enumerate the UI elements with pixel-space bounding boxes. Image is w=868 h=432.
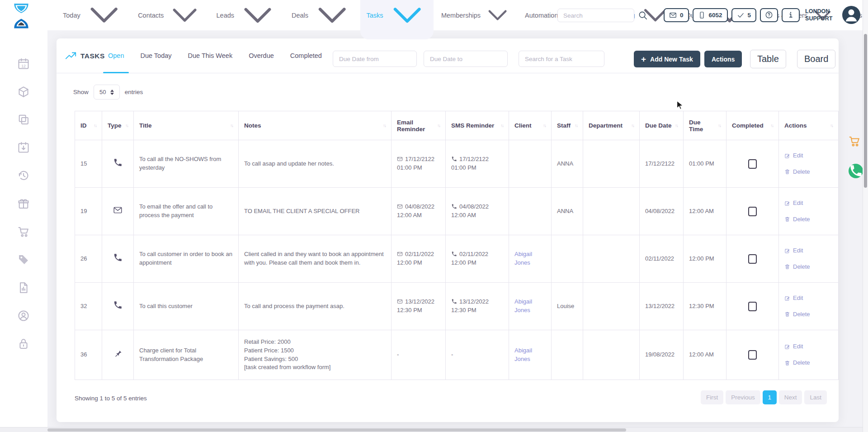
edit-task-link[interactable]: Edit <box>784 294 833 303</box>
sort-arrows-icon: ↑↓ <box>631 123 634 128</box>
completed-checkbox[interactable] <box>748 350 757 360</box>
cell-due-time: 12:00 PM <box>684 235 726 283</box>
history-icon <box>17 169 30 182</box>
vertical-scrollbar-thumb[interactable] <box>864 34 867 188</box>
sidebar-item-calendar[interactable]: 12 <box>17 57 30 70</box>
cell-due-time: 12:00 AM <box>684 330 726 380</box>
tab-completed[interactable]: Completed <box>282 38 330 73</box>
column-header-staff[interactable]: Staff↑↓ <box>552 111 583 140</box>
mobile-icon <box>698 11 706 19</box>
column-header-id[interactable]: ID↑↓ <box>75 111 102 140</box>
edit-task-link[interactable]: Edit <box>784 247 833 255</box>
page-button-last[interactable]: Last <box>804 390 827 404</box>
vertical-scrollbar[interactable] <box>863 0 868 432</box>
client-link[interactable]: Abigail Jones <box>514 251 532 266</box>
report-icon <box>17 281 30 294</box>
due-date-from-input[interactable] <box>333 51 417 67</box>
info-button[interactable] <box>782 8 800 22</box>
email-badge[interactable]: 0 <box>664 8 689 22</box>
column-header-due-date[interactable]: Due Date↑↓ <box>640 111 684 140</box>
column-header-due-time[interactable]: Due Time↑↓ <box>684 111 726 140</box>
help-button[interactable] <box>760 8 778 22</box>
show-entries-row: Show 50 entries <box>73 85 143 100</box>
edit-task-link[interactable]: Edit <box>784 152 833 160</box>
delete-task-link-label: Delete <box>793 310 810 319</box>
delete-task-link[interactable]: Delete <box>784 359 833 367</box>
column-header-completed[interactable]: Completed↑↓ <box>726 111 779 140</box>
nav-item-contacts[interactable]: Contacts <box>132 0 208 37</box>
table-view-button[interactable]: Table <box>750 50 786 68</box>
add-new-task-button[interactable]: + Add New Task <box>634 51 700 67</box>
actions-button[interactable]: Actions <box>704 51 742 67</box>
user-avatar[interactable] <box>842 6 860 24</box>
board-view-button[interactable]: Board <box>797 50 835 68</box>
column-header-type[interactable]: Type↑↓ <box>102 111 134 140</box>
edit-icon <box>784 295 790 301</box>
edit-task-link[interactable]: Edit <box>784 199 833 208</box>
horizontal-scrollbar[interactable] <box>0 427 863 432</box>
chevron-down-icon <box>84 0 124 36</box>
page-button-next[interactable]: Next <box>779 390 802 404</box>
sidebar-item-lock[interactable] <box>17 337 30 350</box>
column-header-actions[interactable]: Actions↑↓ <box>779 111 839 140</box>
completed-checkbox[interactable] <box>748 207 757 216</box>
page-button-1[interactable]: 1 <box>763 390 777 404</box>
cell-type <box>102 283 134 330</box>
delete-task-link[interactable]: Delete <box>784 310 833 319</box>
sms-badge[interactable]: 6052 <box>693 8 728 22</box>
tab-due-today[interactable]: Due Today <box>132 38 179 73</box>
page-button-previous[interactable]: Previous <box>726 390 760 404</box>
column-header-title[interactable]: Title↑↓ <box>134 111 239 140</box>
delete-task-link[interactable]: Delete <box>784 168 833 176</box>
global-search-input[interactable] <box>557 9 634 22</box>
nav-item-deals[interactable]: Deals <box>286 0 359 39</box>
completed-checkbox[interactable] <box>748 254 757 264</box>
sidebar-item-report[interactable] <box>17 281 30 294</box>
column-header-notes[interactable]: Notes↑↓ <box>239 111 392 140</box>
delete-task-link[interactable]: Delete <box>784 215 833 224</box>
page-size-select[interactable]: 50 <box>94 85 120 100</box>
pin-icon <box>113 349 123 358</box>
sidebar-item-copy[interactable] <box>17 113 30 126</box>
tab-due-this-week[interactable]: Due This Week <box>180 38 241 73</box>
floating-phone-button[interactable] <box>849 164 863 178</box>
edit-task-link-label: Edit <box>793 342 803 351</box>
column-header-client[interactable]: Client↑↓ <box>509 111 552 140</box>
delete-task-link[interactable]: Delete <box>784 263 833 271</box>
sort-arrows-icon: ↑↓ <box>383 123 386 128</box>
sidebar-item-price-tag[interactable] <box>17 253 30 266</box>
column-header-email-reminder[interactable]: Email Reminder↑↓ <box>392 111 446 140</box>
nav-item-today[interactable]: Today <box>57 0 130 39</box>
floating-cart-button[interactable] <box>848 135 861 147</box>
tab-open[interactable]: Open <box>100 38 132 73</box>
column-header-sms-reminder[interactable]: SMS Reminder↑↓ <box>446 111 509 140</box>
sidebar-item-gift[interactable] <box>17 197 30 210</box>
client-link[interactable]: Abigail Jones <box>514 347 532 362</box>
nav-item-tasks[interactable]: Tasks <box>360 0 433 39</box>
nav-item-memberships[interactable]: Memberships <box>435 0 517 33</box>
completed-checkbox[interactable] <box>748 159 757 169</box>
task-search-input[interactable] <box>519 51 604 67</box>
cell-actions: EditDelete <box>779 188 839 235</box>
search-button[interactable] <box>638 10 648 20</box>
nav-item-leads[interactable]: Leads <box>211 0 284 39</box>
column-header-department[interactable]: Department↑↓ <box>583 111 640 140</box>
sidebar-item-calendar-sync[interactable] <box>17 141 30 154</box>
horizontal-scrollbar-thumb[interactable] <box>47 428 626 432</box>
cell-title: To call this customer <box>134 283 239 330</box>
sidebar-item-cart[interactable] <box>17 225 30 238</box>
sort-arrows-icon: ↑↓ <box>437 123 440 128</box>
sidebar-item-history[interactable] <box>17 169 30 182</box>
due-date-to-input[interactable] <box>424 51 508 67</box>
tab-overdue[interactable]: Overdue <box>241 38 282 73</box>
tasks-header-band: TASKS OpenDue TodayDue This WeekOverdueC… <box>57 38 839 73</box>
app-logo[interactable] <box>11 3 32 28</box>
completed-checkbox[interactable] <box>748 302 757 311</box>
tasks-badge[interactable]: 5 <box>731 8 757 22</box>
cell-completed <box>726 283 779 330</box>
sidebar-item-user-circle[interactable] <box>17 309 30 322</box>
edit-task-link[interactable]: Edit <box>784 342 833 351</box>
page-button-first[interactable]: First <box>701 390 723 404</box>
client-link[interactable]: Abigail Jones <box>514 298 532 313</box>
sidebar-item-cube[interactable] <box>17 85 30 98</box>
